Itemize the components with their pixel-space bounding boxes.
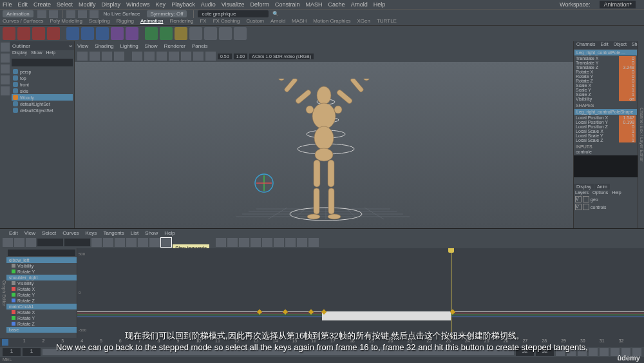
ge-tool-icon[interactable] [91, 238, 102, 247]
vp-tool-icon[interactable] [193, 52, 204, 61]
channel-row[interactable]: Local Scale Y1 [574, 133, 638, 138]
time-slider[interactable]: 1234567891011121314151617181920212223242… [0, 338, 644, 347]
ge-search[interactable] [8, 250, 75, 256]
status-icon[interactable] [49, 10, 58, 18]
viewport-3d[interactable] [75, 62, 573, 228]
vp-tool-icon[interactable] [156, 52, 167, 61]
vp-tool-icon[interactable] [205, 52, 216, 61]
dl-menu[interactable]: Layers [575, 190, 589, 195]
shelf-button[interactable] [219, 27, 232, 40]
ge-tool-icon[interactable] [239, 238, 249, 247]
status-icon[interactable] [66, 10, 75, 18]
close-icon[interactable]: × [69, 43, 72, 49]
channel-row[interactable]: Translate Y0 [574, 61, 638, 65]
vp-tool-icon[interactable] [181, 52, 191, 61]
dl-menu[interactable]: Help [612, 190, 621, 195]
outliner-menu[interactable]: Display [12, 50, 27, 58]
keyframe[interactable] [308, 309, 314, 315]
menu-help[interactable]: Help [374, 1, 386, 8]
vp-menu[interactable]: Renderer [164, 43, 185, 49]
outliner-item[interactable]: defaultObjectSet [12, 107, 73, 113]
keyframe[interactable] [257, 309, 262, 315]
menu-create[interactable]: Create [33, 1, 51, 8]
vp-tool-icon[interactable] [132, 52, 142, 61]
outliner-item[interactable]: Woody [12, 94, 73, 101]
attr-value[interactable]: on [619, 97, 636, 101]
channel-row[interactable]: Scale Z1 [574, 92, 638, 97]
shelf-tab[interactable]: Custom [246, 18, 264, 25]
vp-tool-icon[interactable] [114, 52, 124, 61]
status-icon[interactable] [37, 10, 46, 18]
vp-tool-icon[interactable] [102, 52, 112, 61]
shelf-button[interactable] [160, 27, 173, 40]
attr-value[interactable]: 1 [619, 83, 636, 88]
vp-tool-icon[interactable] [90, 52, 100, 61]
ge-playhead[interactable] [451, 248, 451, 338]
keyframe[interactable] [283, 309, 288, 315]
ge-menu[interactable]: Curves [62, 230, 79, 236]
ge-menu[interactable]: Select [42, 230, 56, 236]
ge-object-item[interactable]: elbow_left [6, 257, 77, 263]
ge-channel-item[interactable]: Rotate X [6, 286, 77, 292]
focal-field[interactable]: 0.50 [218, 54, 232, 59]
menu-audio[interactable]: Audio [201, 1, 216, 8]
menu-constrain[interactable]: Constrain [275, 1, 300, 8]
menu-deform[interactable]: Deform [251, 1, 270, 8]
shelf-tab[interactable]: MASH [292, 18, 307, 25]
shelf-tab[interactable]: TURTLE [377, 18, 397, 25]
attr-value[interactable]: 0 [619, 79, 636, 83]
ge-channel-item[interactable]: Visibility [6, 263, 77, 269]
ge-tool-icon[interactable] [149, 238, 160, 247]
layer-ref-toggle[interactable] [583, 196, 589, 202]
attr-value[interactable]: 0.198 [619, 120, 636, 124]
channel-row[interactable]: Visibilityon [574, 97, 638, 101]
shelf-tab-animation[interactable]: Animation [140, 18, 164, 25]
prev-key-button[interactable] [578, 348, 587, 356]
outliner-item[interactable]: front [12, 81, 73, 88]
status-icon[interactable] [90, 10, 99, 18]
shelf-tab[interactable]: XGen [357, 18, 370, 25]
ge-tool-icon[interactable] [216, 238, 226, 247]
layer-ref-toggle[interactable] [583, 204, 589, 210]
vp-tool-icon[interactable] [169, 52, 179, 61]
step-back-button[interactable] [567, 348, 576, 356]
shelf-button[interactable] [126, 27, 138, 40]
dl-tab-display[interactable]: Display [574, 184, 594, 190]
layer-name[interactable]: controls [591, 205, 607, 210]
step-tangents-button[interactable] [161, 238, 171, 247]
ge-menu[interactable]: Show [145, 230, 158, 236]
ge-tool-icon[interactable] [251, 238, 261, 247]
attr-value[interactable]: 1 [619, 138, 636, 142]
input-node[interactable]: controle [576, 150, 592, 154]
shelf-button[interactable] [66, 27, 79, 40]
search-field[interactable]: cote graphique [198, 10, 269, 17]
category-selector[interactable]: Animation [3, 10, 33, 17]
channel-row[interactable]: Rotate Z0 [574, 79, 638, 83]
shelf-button[interactable] [3, 27, 15, 40]
ge-tool-icon[interactable] [227, 238, 238, 247]
shelf-button[interactable] [204, 27, 217, 40]
ge-channel-item[interactable]: Rotate Y [6, 292, 77, 298]
ge-channel-item[interactable]: Rotate Y [6, 315, 77, 321]
shelf-button[interactable] [96, 27, 109, 40]
channel-row[interactable]: Scale X1 [574, 83, 638, 88]
channel-row[interactable]: Local Position X1.547 [574, 115, 638, 120]
shelf-tab[interactable]: FX Caching [213, 18, 240, 25]
channel-row[interactable]: Local Position Y0.198 [574, 120, 638, 124]
exposure-field[interactable]: 1.00 [234, 54, 248, 59]
attr-value[interactable]: 1 [619, 129, 636, 133]
outliner-item[interactable]: side [12, 88, 73, 94]
ge-channel-item[interactable]: Rotate Z [6, 321, 77, 327]
ge-tool-icon[interactable] [274, 238, 284, 247]
layer-vis-toggle[interactable]: V [575, 204, 582, 210]
selected-keys-block[interactable] [322, 311, 451, 320]
sidebar-tab-channelbox[interactable]: Channel Box / Layer Editor [638, 41, 644, 228]
colorspace-field[interactable]: ACES 1.0 SDR-video (sRGB) [249, 54, 314, 59]
attr-value[interactable]: 1.547 [619, 115, 636, 120]
channel-row[interactable]: Rotate Y0 [574, 74, 638, 79]
move-tool[interactable] [1, 64, 10, 74]
scale-tool[interactable] [1, 86, 10, 95]
status-icon[interactable] [78, 10, 87, 18]
channel-row[interactable]: Local Scale Z1 [574, 138, 638, 142]
shelf-tab[interactable]: Rendering [169, 18, 193, 25]
